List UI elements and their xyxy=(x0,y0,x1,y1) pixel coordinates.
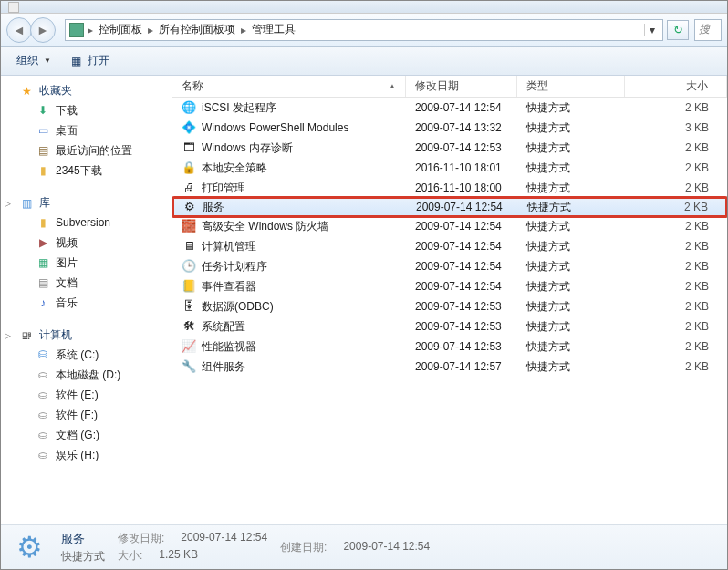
file-size: 2 KB xyxy=(625,320,727,333)
file-row[interactable]: 🖨打印管理2016-11-10 18:00快捷方式2 KB xyxy=(172,178,727,198)
forward-button[interactable]: ► xyxy=(30,17,56,43)
file-date: 2009-07-14 12:53 xyxy=(406,141,517,154)
sidebar-item-drive-c[interactable]: ⛁系统 (C:) xyxy=(1,345,172,365)
chevron-right-icon[interactable]: ▸ xyxy=(239,24,248,36)
organize-button[interactable]: 组织 ▼ xyxy=(8,49,59,72)
file-row[interactable]: ⚙服务2009-07-14 12:54快捷方式2 KB xyxy=(172,197,727,217)
file-row[interactable]: 🌐iSCSI 发起程序2009-07-14 12:54快捷方式2 KB xyxy=(172,98,727,118)
file-row[interactable]: 🔧组件服务2009-07-14 12:57快捷方式2 KB xyxy=(172,357,727,377)
file-row[interactable]: 🛠系统配置2009-07-14 12:53快捷方式2 KB xyxy=(172,316,727,337)
file-size: 2 KB xyxy=(625,220,727,233)
open-label: 打开 xyxy=(88,53,109,68)
file-date: 2009-07-14 12:53 xyxy=(406,320,517,333)
organize-label: 组织 xyxy=(16,53,38,68)
file-row[interactable]: 🔒本地安全策略2016-11-10 18:01快捷方式2 KB xyxy=(172,158,727,178)
file-row[interactable]: 🕒任务计划程序2009-07-14 12:54快捷方式2 KB xyxy=(172,256,727,276)
chevron-right-icon[interactable]: ▸ xyxy=(146,24,155,36)
file-icon: 🧱 xyxy=(182,219,196,233)
file-date: 2009-07-14 12:54 xyxy=(406,240,517,253)
file-icon: 🗄 xyxy=(182,299,196,314)
chevron-down-icon: ▼ xyxy=(44,57,51,65)
sidebar-item-drive-e[interactable]: ⛀软件 (E:) xyxy=(1,385,172,405)
file-row[interactable]: 📈性能监视器2009-07-14 12:53快捷方式2 KB xyxy=(172,337,727,357)
sidebar-libraries-header[interactable]: ▷▥库 xyxy=(1,193,172,212)
details-create-label: 创建日期: xyxy=(280,540,327,555)
file-date: 2016-11-10 18:01 xyxy=(406,161,517,174)
sidebar-item-drive-h[interactable]: ⛀娱乐 (H:) xyxy=(1,445,172,465)
file-size: 2 KB xyxy=(625,101,727,114)
search-input[interactable]: 搜 xyxy=(694,19,722,41)
column-date[interactable]: 修改日期 xyxy=(406,76,517,97)
sidebar-item-pictures[interactable]: ▦图片 xyxy=(1,253,172,273)
star-icon: ★ xyxy=(19,84,34,98)
file-type: 快捷方式 xyxy=(517,339,625,355)
file-date: 2009-07-14 12:57 xyxy=(406,360,517,373)
file-name: Windows PowerShell Modules xyxy=(202,121,348,134)
sidebar-item-drive-d[interactable]: ⛀本地磁盘 (D:) xyxy=(1,365,172,385)
file-row[interactable]: 🧱高级安全 Windows 防火墙2009-07-14 12:54快捷方式2 K… xyxy=(172,216,727,236)
file-row[interactable]: 🖥计算机管理2009-07-14 12:54快捷方式2 KB xyxy=(172,236,727,256)
file-row[interactable]: 🗔Windows 内存诊断2009-07-14 12:53快捷方式2 KB xyxy=(172,138,727,158)
file-type: 快捷方式 xyxy=(517,279,625,295)
expand-icon[interactable]: ▷ xyxy=(5,331,11,340)
open-icon: ▦ xyxy=(69,54,84,68)
sidebar-favorites-header[interactable]: ★收藏夹 xyxy=(1,81,172,100)
file-name: 性能监视器 xyxy=(202,339,256,355)
sidebar-item-downloads[interactable]: ⬇下载 xyxy=(1,100,172,120)
file-icon: 🖥 xyxy=(182,239,196,254)
address-dropdown-icon[interactable]: ▾ xyxy=(644,24,659,36)
sidebar-item-desktop[interactable]: ▭桌面 xyxy=(1,120,172,140)
file-name: 数据源(ODBC) xyxy=(202,299,274,315)
drive-icon: ⛁ xyxy=(36,347,50,362)
drive-icon: ⛀ xyxy=(36,388,50,402)
folder-icon: ▮ xyxy=(36,215,50,230)
file-name: 事件查看器 xyxy=(202,279,256,295)
video-icon: ▶ xyxy=(36,235,50,250)
sidebar-item-subversion[interactable]: ▮Subversion xyxy=(1,212,172,233)
file-date: 2016-11-10 18:00 xyxy=(406,181,517,194)
file-date: 2009-07-14 12:54 xyxy=(406,220,517,233)
file-type: 快捷方式 xyxy=(517,181,625,196)
sidebar-item-recent[interactable]: ▤最近访问的位置 xyxy=(1,140,172,161)
file-row[interactable]: 📒事件查看器2009-07-14 12:54快捷方式2 KB xyxy=(172,276,727,296)
file-row[interactable]: 💠Windows PowerShell Modules2009-07-14 13… xyxy=(172,118,727,138)
breadcrumb[interactable]: 所有控制面板项 xyxy=(155,22,239,37)
back-button[interactable]: ◄ xyxy=(6,17,32,43)
sidebar-item-documents[interactable]: ▤文档 xyxy=(1,273,172,293)
breadcrumb[interactable]: 控制面板 xyxy=(95,22,146,37)
address-bar[interactable]: ▸ 控制面板 ▸ 所有控制面板项 ▸ 管理工具 ▾ xyxy=(65,19,663,41)
file-row[interactable]: 🗄数据源(ODBC)2009-07-14 12:53快捷方式2 KB xyxy=(172,296,727,316)
file-date: 2009-07-14 12:54 xyxy=(406,280,517,293)
file-icon: 🕒 xyxy=(182,259,196,274)
file-date: 2009-07-14 12:54 xyxy=(407,201,518,213)
sidebar-item-music[interactable]: ♪音乐 xyxy=(1,293,172,313)
column-size[interactable]: 大小 xyxy=(625,76,727,97)
file-name: 高级安全 Windows 防火墙 xyxy=(202,219,328,234)
breadcrumb[interactable]: 管理工具 xyxy=(248,22,299,37)
refresh-button[interactable]: ↻ xyxy=(667,20,689,40)
file-type: 快捷方式 xyxy=(517,259,625,275)
file-type: 快捷方式 xyxy=(517,161,625,176)
file-icon: 🌐 xyxy=(182,100,196,115)
file-icon: 🗔 xyxy=(182,140,196,155)
expand-icon[interactable]: ▷ xyxy=(5,199,11,208)
open-button[interactable]: ▦ 打开 xyxy=(61,49,118,72)
file-date: 2009-07-14 13:32 xyxy=(406,121,517,134)
sidebar-computer-header[interactable]: ▷🖳计算机 xyxy=(1,326,172,345)
file-name: iSCSI 发起程序 xyxy=(202,100,276,116)
column-name[interactable]: 名称▲ xyxy=(172,76,406,97)
sidebar-item-2345[interactable]: ▮2345下载 xyxy=(1,161,172,181)
chevron-right-icon[interactable]: ▸ xyxy=(86,24,95,36)
column-type[interactable]: 类型 xyxy=(517,76,625,97)
sys-icon xyxy=(8,2,19,13)
location-icon xyxy=(69,23,84,37)
desktop-icon: ▭ xyxy=(36,123,50,138)
nav-bar: ◄ ► ▸ 控制面板 ▸ 所有控制面板项 ▸ 管理工具 ▾ ↻ 搜 xyxy=(1,14,727,47)
document-icon: ▤ xyxy=(36,275,50,290)
sidebar-item-drive-f[interactable]: ⛀软件 (F:) xyxy=(1,405,172,425)
file-type: 快捷方式 xyxy=(517,359,625,375)
file-date: 2009-07-14 12:53 xyxy=(406,340,517,353)
sidebar-item-videos[interactable]: ▶视频 xyxy=(1,233,172,253)
sidebar-item-drive-g[interactable]: ⛀文档 (G:) xyxy=(1,425,172,445)
details-create-value: 2009-07-14 12:54 xyxy=(343,540,430,555)
